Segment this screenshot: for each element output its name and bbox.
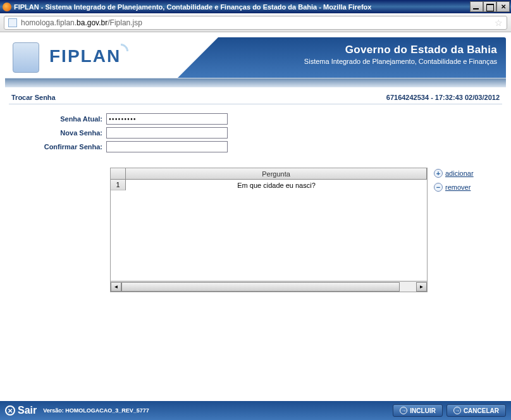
url-pre: homologa.fiplan. — [21, 18, 77, 27]
app-header: FIPLAN Governo do Estado da Bahia Sistem… — [5, 37, 506, 78]
content-panel: Trocar Senha 67164242534 - 17:32:43 02/0… — [5, 87, 506, 391]
scroll-right-icon[interactable]: ► — [416, 282, 427, 292]
minus-icon: − — [434, 183, 443, 192]
arrow-right-icon: → — [400, 407, 407, 414]
bottom-bar: ✕ Sair Versão: HOMOLOGACAO_3_REV_5777 → … — [0, 401, 511, 420]
scroll-left-icon[interactable]: ◄ — [111, 282, 121, 292]
panel-title: Trocar Senha — [11, 94, 56, 101]
plus-icon: + — [434, 169, 443, 178]
fiplan-logo-text: FIPLAN — [49, 46, 121, 66]
arrow-right-icon: → — [453, 407, 461, 414]
fiplan-logo: FIPLAN — [49, 46, 128, 66]
url-text: homologa.fiplan.ba.gov.br/Fiplan.jsp — [21, 18, 142, 27]
add-question-link[interactable]: + adicionar — [434, 169, 474, 178]
session-info: 67164242534 - 17:32:43 02/03/2012 — [386, 94, 500, 101]
version-label: Versão: HOMOLOGACAO_3_REV_5777 — [43, 407, 149, 414]
current-password-label: Senha Atual: — [9, 115, 106, 123]
grid-header-question: Pergunta — [126, 168, 427, 179]
header-gradient — [5, 78, 506, 87]
confirm-password-label: Confirmar Senha: — [9, 143, 106, 151]
table-row[interactable]: 1 Em que cidade eu nasci? — [111, 180, 427, 190]
window-minimize-button[interactable] — [470, 1, 483, 12]
gov-title: Governo do Estado da Bahia — [304, 44, 497, 56]
new-password-input[interactable] — [106, 127, 228, 139]
browser-titlebar: FIPLAN - Sistema Integrado de Planejamen… — [0, 0, 511, 13]
state-seal-icon — [13, 42, 39, 73]
window-title: FIPLAN - Sistema Integrado de Planejamen… — [14, 3, 470, 11]
scroll-thumb[interactable] — [121, 282, 400, 292]
cancel-label: CANCELAR — [464, 407, 499, 414]
include-label: INCLUIR — [410, 407, 436, 414]
window-close-button[interactable] — [496, 1, 510, 12]
questions-grid: Pergunta 1 Em que cidade eu nasci? ◄ ► — [110, 168, 428, 292]
sair-label: Sair — [18, 405, 37, 416]
page-icon — [8, 18, 17, 27]
scroll-track[interactable] — [121, 282, 416, 292]
row-question: Em que cidade eu nasci? — [126, 180, 427, 190]
firefox-icon — [3, 3, 11, 11]
panel-divider — [9, 104, 502, 104]
add-link-text[interactable]: adicionar — [445, 170, 474, 177]
confirm-password-input[interactable] — [106, 141, 228, 152]
browser-address-bar: homologa.fiplan.ba.gov.br/Fiplan.jsp ☆ — [0, 13, 511, 32]
remove-link-text[interactable]: remover — [445, 183, 471, 191]
grid-header-num — [111, 168, 126, 179]
bookmark-star-icon[interactable]: ☆ — [495, 18, 503, 28]
current-password-input[interactable] — [106, 113, 228, 125]
exit-icon: ✕ — [5, 405, 15, 416]
new-password-label: Nova Senha: — [9, 129, 106, 137]
url-host: ba.gov.br — [77, 18, 108, 27]
cancel-button[interactable]: → CANCELAR — [446, 404, 506, 417]
window-maximize-button[interactable] — [483, 1, 496, 12]
gov-subtitle: Sistema Integrado de Planejamento, Conta… — [304, 58, 497, 65]
url-input[interactable]: homologa.fiplan.ba.gov.br/Fiplan.jsp ☆ — [4, 16, 507, 30]
grid-body: 1 Em que cidade eu nasci? — [111, 180, 427, 281]
remove-question-link[interactable]: − remover — [434, 183, 474, 192]
include-button[interactable]: → INCLUIR — [393, 404, 443, 417]
row-number: 1 — [111, 180, 126, 190]
horizontal-scrollbar[interactable]: ◄ ► — [111, 281, 427, 292]
sair-button[interactable]: ✕ Sair — [5, 405, 37, 416]
url-path: /Fiplan.jsp — [108, 18, 142, 27]
